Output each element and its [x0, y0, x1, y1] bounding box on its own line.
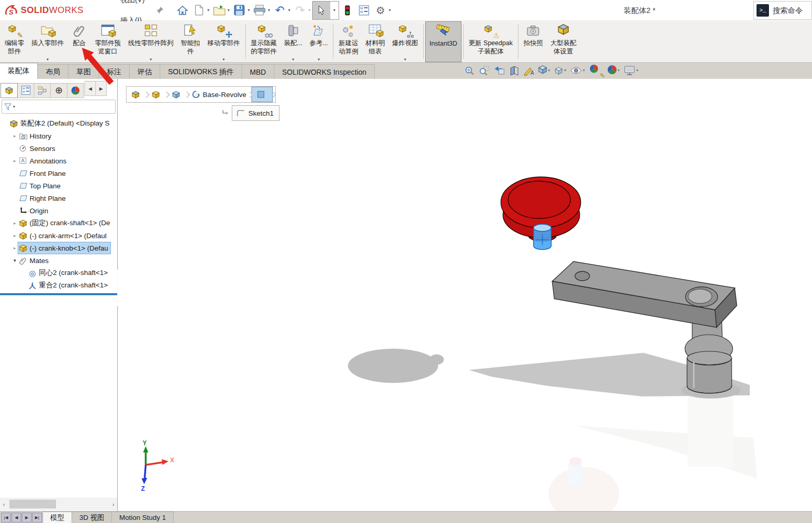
tree-crank-arm[interactable]: ▸ (-) crank-arm<1> (Defaul — [0, 229, 117, 242]
nav-last-button[interactable]: ▶| — [32, 513, 42, 522]
fm-tab-properties[interactable] — [17, 83, 34, 98]
ribbon-component-preview-button[interactable]: 零部件预 览窗口 — [91, 21, 124, 62]
ribbon-bom-button[interactable]: 材料明 细表 — [362, 21, 389, 62]
apply-scene-button[interactable]: ▾ — [606, 64, 621, 77]
tab-mbd[interactable]: MBD — [242, 64, 274, 79]
tree-origin[interactable]: Origin — [0, 204, 117, 217]
smart-fasteners-icon — [184, 23, 197, 38]
breadcrumb-feature[interactable]: Base-Revolve — [188, 87, 250, 102]
zoom-fit-button[interactable] — [463, 65, 477, 77]
tree-mates[interactable]: ▾ Mates — [0, 254, 117, 267]
save-button[interactable]: ▾ — [231, 2, 251, 19]
tree-sensors[interactable]: Sensors — [0, 142, 117, 155]
ribbon-update-speedpak-button[interactable]: ⚠ 更新 Speedpak 子装配体 — [465, 21, 516, 62]
tree-crank-shaft[interactable]: ▸ (固定) crank-shaft<1> (De — [0, 217, 117, 229]
ribbon-new-motion-study-button[interactable]: ⚙⚙✱ 新建运 动算例 — [335, 21, 362, 62]
ribbon-instant3d-button[interactable]: Instant3D — [425, 21, 461, 62]
rebuild-button[interactable] — [339, 2, 356, 19]
nav-next-button[interactable]: ▶ — [22, 513, 32, 522]
tree-top-plane[interactable]: Top Plane — [0, 180, 117, 192]
file-properties-button[interactable] — [356, 2, 372, 19]
update-speedpak-icon: ⚠ — [483, 23, 498, 38]
tab-markup[interactable]: 标注 — [99, 64, 130, 79]
tree-right-plane[interactable]: Right Plane — [0, 192, 117, 204]
fm-tab-appearances[interactable] — [67, 83, 84, 98]
command-search[interactable]: >_ 搜索命令 — [753, 1, 812, 20]
ribbon-assembly-features-button[interactable]: 装配... ▾ — [281, 21, 306, 62]
tree-mate-coincident2[interactable]: 人重合2 (crank-shaft<1> — [0, 279, 117, 292]
tab-3d-views[interactable]: 3D 视图 — [72, 512, 112, 523]
fm-tabs-scroll-left[interactable]: ◀ — [85, 81, 96, 96]
ribbon-snapshot-button[interactable]: 拍快照 — [520, 21, 547, 62]
fm-tab-features[interactable] — [1, 83, 18, 98]
display-style-button[interactable]: ▾ — [553, 65, 568, 76]
tree-mate-concentric2[interactable]: ◎同心2 (crank-shaft<1> — [0, 267, 117, 279]
tree-front-plane[interactable]: Front Plane — [0, 167, 117, 180]
tree-filter-field[interactable]: ▾ — [2, 100, 116, 114]
fm-tabs-scroll-right[interactable]: ▶ — [95, 81, 107, 96]
hide-show-eye-icon — [570, 66, 582, 75]
tab-model[interactable]: 模型 — [43, 512, 72, 523]
tab-motion-study-1[interactable]: Motion Study 1 — [111, 512, 174, 523]
crank-arm-part[interactable] — [552, 262, 737, 327]
tree-crank-knob[interactable]: ▸ (-) crank-knob<1> (Defau — [0, 242, 117, 254]
3d-scene[interactable] — [118, 79, 812, 511]
ribbon-linear-pattern-button[interactable]: 线性零部件阵列 ▾ — [124, 21, 177, 62]
scroll-right-icon[interactable]: › — [109, 501, 117, 507]
ribbon-edit-component-button[interactable]: ✎ 编辑零 部件 — [1, 21, 28, 62]
tab-solidworks-addins[interactable]: SOLIDWORKS 插件 — [160, 64, 242, 79]
edit-component-icon: ✎ — [7, 23, 22, 38]
tab-solidworks-inspection[interactable]: SOLIDWORKS Inspection — [274, 64, 375, 79]
tree-annotations[interactable]: ▸ AAnnotations — [0, 155, 117, 167]
hide-show-items-button[interactable]: ▾ — [569, 65, 586, 76]
nav-prev-button[interactable]: ◀ — [11, 513, 21, 522]
scroll-left-icon[interactable]: ‹ — [0, 501, 8, 507]
fm-tab-dimxpert[interactable]: ⊕ — [50, 83, 67, 98]
graphics-viewport[interactable]: Y X Z — [118, 79, 812, 511]
ribbon-insert-component-button[interactable]: 插入零部件 ▾ — [28, 21, 68, 62]
tab-layout[interactable]: 布局 — [37, 64, 68, 79]
tree-assembly-root[interactable]: 装配体2 (Default) <Display S — [0, 117, 117, 130]
redo-button[interactable]: ↷ ▾ — [292, 2, 312, 19]
new-document-button[interactable]: ▾ — [191, 2, 211, 19]
tab-sketch[interactable]: 草图 — [68, 64, 99, 79]
reference-geometry-icon — [313, 23, 325, 38]
open-button[interactable]: ▾ — [211, 2, 231, 19]
ribbon-show-hidden-button[interactable]: 显示隐藏 的零部件 — [247, 21, 281, 62]
pin-menu-icon[interactable] — [153, 3, 167, 18]
scrollbar-thumb[interactable] — [9, 500, 56, 508]
view-settings-button[interactable]: ▾ — [622, 65, 640, 77]
section-view-button[interactable] — [508, 65, 521, 77]
tab-evaluate[interactable]: 评估 — [129, 64, 160, 79]
previous-view-button[interactable] — [492, 65, 507, 77]
home-button[interactable] — [174, 2, 191, 19]
view-orientation-button[interactable]: ▾ — [537, 64, 552, 77]
linear-pattern-icon — [144, 23, 158, 38]
edit-appearance-button[interactable]: ✎ — [587, 62, 605, 79]
nav-first-button[interactable]: |◀ — [1, 513, 11, 522]
tab-assembly[interactable]: 装配体 — [0, 63, 38, 79]
print-button[interactable]: ▾ — [251, 2, 272, 19]
ribbon-large-assembly-button[interactable]: 大型装配 体设置 — [547, 21, 580, 62]
mate-paperclip-icon — [73, 23, 86, 38]
ribbon-exploded-view-button[interactable]: 爆炸视图 ▾ — [388, 21, 422, 62]
menu-view[interactable]: 视图(V) — [114, 0, 153, 10]
ribbon-mate-button[interactable]: 配合 — [67, 21, 91, 62]
triad-x-label: X — [170, 457, 174, 464]
sketch1-item[interactable]: Sketch1 — [232, 105, 279, 121]
select-tool-button[interactable]: ▾ — [312, 1, 339, 20]
undo-button[interactable]: ↶ ▾ — [272, 2, 292, 19]
options-button[interactable]: ⚙ ▾ — [372, 2, 393, 19]
ribbon-reference-geometry-button[interactable]: 参考... ▾ — [306, 21, 331, 62]
zoom-area-button[interactable] — [478, 65, 491, 77]
rollback-bar[interactable] — [0, 293, 117, 295]
panel-horizontal-scrollbar[interactable]: ‹ › — [0, 498, 117, 511]
selected-face-highlight[interactable] — [534, 224, 551, 250]
tree-history[interactable]: ▸ History — [0, 130, 117, 142]
ribbon-smart-fasteners-button[interactable]: 智能扣 件 — [177, 21, 204, 62]
large-assembly-settings-icon — [559, 23, 568, 38]
fm-tab-configurations[interactable] — [34, 83, 51, 98]
annotation-view-button[interactable]: A — [522, 65, 536, 77]
bottom-tabs: 模型3D 视图Motion Study 1 — [43, 512, 174, 523]
ribbon-move-component-button[interactable]: 移动零部件 ▾ — [204, 21, 244, 62]
